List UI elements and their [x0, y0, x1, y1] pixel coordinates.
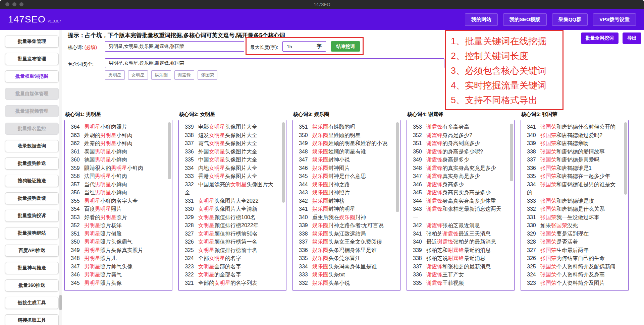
header-nav: 我的网站我的SEO模版采集QQ群VPS拨号设置: [465, 13, 636, 26]
sidebar-item-1[interactable]: 批量发布管理: [5, 53, 59, 65]
keyword-core: 女明星: [209, 173, 225, 179]
keyword-text: 封神照片: [328, 190, 350, 195]
header-nav-item-3[interactable]: VPS拨号设置: [593, 13, 636, 26]
include-word-chip-3[interactable]: 谢霆锋: [174, 70, 194, 80]
include-word-chip-1[interactable]: 女明星: [128, 70, 148, 80]
sidebar-item-16[interactable]: 链接抓取工具: [5, 314, 59, 325]
keyword-core: 娱乐圈: [312, 182, 328, 187]
include-words-input[interactable]: [105, 58, 444, 68]
keyword-row: 330如果张国荣没死: [521, 221, 628, 230]
keyword-text: 张柏芝的最新消息: [453, 239, 496, 245]
keyword-row: 326张国荣为何结束自己的生命: [521, 254, 628, 263]
keyword-core: 张国荣: [540, 272, 556, 277]
header-nav-item-2[interactable]: 采集QQ群: [552, 13, 588, 26]
sidebar-item-14[interactable]: 批量360推送: [5, 279, 59, 291]
keyword-rank: 364: [71, 123, 84, 131]
sidebar-item-6[interactable]: 收录数据查询: [5, 140, 59, 152]
annotation-line-3: 4、实时挖掘流量关键词: [451, 78, 562, 93]
keyword-rank: 328: [527, 238, 540, 246]
include-word-chip-0[interactable]: 男明星: [105, 70, 125, 80]
keyword-rank: 325: [185, 246, 198, 255]
scrollbar-thumb[interactable]: [510, 124, 513, 181]
keyword-core: 娱乐圈: [312, 157, 328, 162]
sidebar-item-7[interactable]: 批量搜狗推送: [5, 157, 59, 170]
keyword-text: 和唐鹤德在一起多少年: [556, 173, 610, 179]
keyword-core: 娱乐圈: [312, 149, 328, 154]
sidebar-item-11[interactable]: 批量搜狗绑站: [5, 227, 59, 239]
sidebar-item-12[interactable]: 百度API推送: [5, 245, 59, 257]
keyword-text: 照片儿: [100, 255, 116, 261]
keyword-text: 头像图片大全清新: [214, 206, 257, 212]
keyword-text: 颜值排行榜前50名: [214, 231, 258, 237]
keyword-text: 张柏芝和: [426, 247, 448, 253]
keyword-core: 谢霆锋: [442, 231, 459, 237]
keyword-rank: 341: [527, 123, 540, 131]
keyword-rank: 328: [185, 221, 198, 230]
keyword-rank: 350: [71, 238, 84, 246]
keyword-text: 有姓顾的吗: [328, 124, 355, 130]
include-word-chip-2[interactable]: 娱乐圈: [151, 70, 171, 80]
keyword-rank: 334: [185, 164, 198, 173]
keyword-text: 头条冯南身体里是谁: [328, 264, 377, 269]
keyword-text: 张柏芝说: [426, 255, 448, 261]
keyword-core: 谢霆锋: [426, 198, 442, 204]
include-word-chip-4[interactable]: 张国荣: [198, 70, 217, 80]
scrollbar-thumb[interactable]: [168, 122, 171, 179]
keyword-row: 345谢霆锋身高真实身高是多少: [407, 189, 514, 197]
keyword-text: 颜值排行榜100名: [214, 214, 256, 220]
sidebar-item-4: 批量短视频管理: [5, 105, 59, 117]
required-marker: (必填): [85, 45, 97, 50]
keyword-rank: 339: [185, 123, 198, 131]
keyword-core: 张国荣: [540, 157, 556, 162]
keyword-row: 354百度男明星照片: [65, 205, 172, 213]
keyword-text: 没死: [567, 222, 578, 228]
keyword-text: 照片霸气: [100, 272, 122, 277]
keyword-rank: 335: [413, 279, 426, 287]
keyword-text: 照片杨洋: [100, 222, 122, 228]
keyword-core: 娱乐圈: [312, 132, 328, 138]
keyword-text: 的名字列表: [230, 280, 257, 286]
sidebar-item-2[interactable]: 批量权重词挖掘: [5, 70, 59, 82]
keyword-row: 338娱乐圈头条江致远结局: [293, 230, 400, 238]
keyword-row: 344谢霆锋身高真实身高多少体重: [407, 197, 514, 205]
keyword-text: 姓胡的: [84, 132, 100, 138]
scrollbar-thumb[interactable]: [282, 122, 285, 203]
keyword-text: 短发: [198, 132, 209, 138]
keyword-text: 头像图片大全: [225, 124, 257, 130]
keyword-text: 张柏芝: [426, 231, 442, 237]
sidebar-item-0[interactable]: 批量采集管理: [5, 36, 59, 48]
sidebar-item-10[interactable]: 批量搜狗投诉: [5, 210, 59, 222]
sidebar-item-13[interactable]: 批量神马推送: [5, 262, 59, 274]
sidebar-item-9[interactable]: 批量搜狗反馈: [5, 192, 59, 204]
keyword-text: 香港: [198, 173, 209, 179]
keyword-core: 谢霆锋: [426, 132, 442, 138]
header-nav-item-1[interactable]: 我的SEO模版: [503, 13, 547, 26]
keyword-text: 封神的明星: [328, 206, 355, 212]
keyword-row: 323女明星全部的名字: [179, 263, 286, 271]
keyword-text: 头条女王全文免费阅读: [328, 239, 382, 245]
keyword-row: 322女明星的全部名字: [179, 271, 286, 279]
header-nav-item-0[interactable]: 我的网站: [465, 13, 498, 26]
export-button[interactable]: 导出: [623, 32, 641, 44]
keyword-core: 娱乐圈: [312, 247, 328, 253]
keyword-core: 谢霆锋: [426, 264, 442, 269]
scrollbar-thumb[interactable]: [624, 122, 627, 195]
keyword-row: 364男明星小鲜肉照片: [65, 123, 172, 131]
annotation-line-1: 2、控制关键词长度: [451, 49, 562, 63]
keyword-core: 女明星: [209, 165, 225, 171]
keyword-rank: 333: [185, 172, 198, 181]
scrollbar-thumb[interactable]: [396, 122, 399, 212]
keyword-rank: 336: [299, 246, 312, 255]
keyword-core: 娱乐圈: [312, 255, 328, 261]
column-header: 核心词1: 男明星: [65, 111, 172, 118]
keyword-rank: 353: [71, 213, 84, 222]
keyword-rank: 343: [299, 189, 312, 197]
keyword-rank: 342: [299, 197, 312, 205]
sidebar-scrollbar-thumb[interactable]: [59, 295, 62, 310]
core-word-input[interactable]: [105, 41, 244, 52]
batch-mine-all-button[interactable]: 批量全网挖词: [581, 32, 619, 44]
keyword-column-5: 核心词5: 张国荣341张国荣和唐鹤德什么时候公开的340张国荣和唐鹤德做过爱吗…: [521, 111, 629, 291]
sidebar-scrollbar[interactable]: [59, 30, 62, 325]
sidebar-item-15[interactable]: 链接生成工具: [5, 297, 59, 309]
sidebar-item-8[interactable]: 搜狗验证推送: [5, 175, 59, 187]
